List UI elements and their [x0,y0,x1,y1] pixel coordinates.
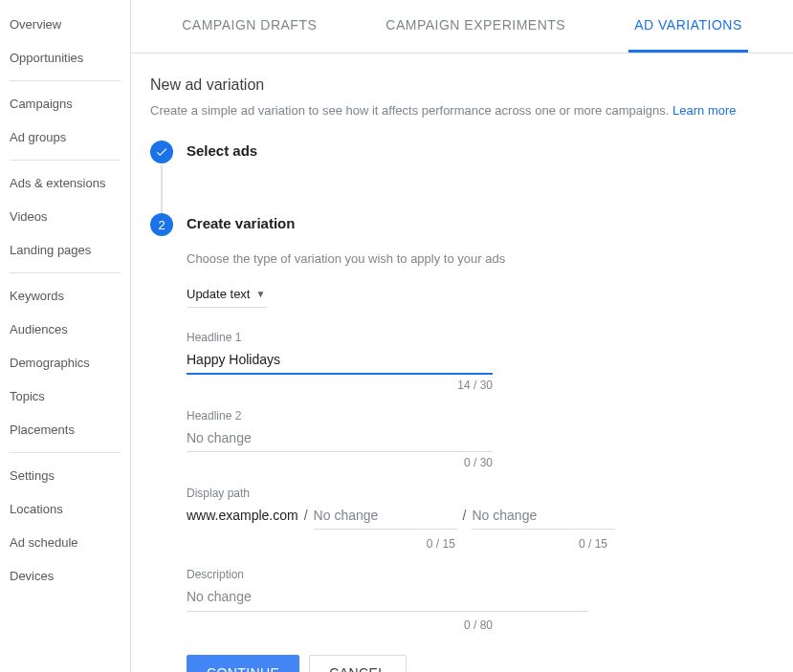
sidebar-item-campaigns[interactable]: Campaigns [0,87,130,120]
main-content: CAMPAIGN DRAFTS CAMPAIGN EXPERIMENTS AD … [131,0,793,672]
display-path-base: www.example.com [187,508,298,523]
sidebar-item-placements[interactable]: Placements [0,413,130,446]
description-field: Description 0 / 80 [187,568,588,632]
headline-1-label: Headline 1 [187,331,493,344]
display-path-field: Display path www.example.com / / 0 / 15 … [187,487,607,551]
sidebar-item-locations[interactable]: Locations [0,492,130,526]
sidebar-item-settings[interactable]: Settings [0,459,130,492]
learn-more-link[interactable]: Learn more [672,103,736,118]
step-2-badge: 2 [150,213,173,236]
tab-campaign-drafts[interactable]: CAMPAIGN DRAFTS [176,0,322,53]
step-2-title: Create variation [187,213,295,231]
headline-2-input[interactable] [187,426,493,452]
path-separator: / [302,508,310,523]
sidebar-separator [10,452,121,453]
checkmark-icon [150,141,173,163]
step-1: Select ads [150,141,770,163]
sidebar-item-ad-groups[interactable]: Ad groups [0,120,130,154]
sidebar-item-ads-extensions[interactable]: Ads & extensions [0,166,130,200]
dropdown-label: Update text [187,287,251,301]
headline-2-counter: 0 / 30 [187,456,493,469]
sidebar-item-devices[interactable]: Devices [0,559,130,593]
step-2: 2 Create variation [150,213,770,236]
chevron-down-icon: ▼ [256,289,266,299]
sidebar: Overview Opportunities Campaigns Ad grou… [0,0,131,672]
sidebar-item-videos[interactable]: Videos [0,200,130,233]
headline-1-field: Headline 1 14 / 30 [187,331,493,392]
path-separator: / [461,508,469,523]
description-label: Description [187,568,588,581]
step-2-desc: Choose the type of variation you wish to… [187,251,770,266]
display-path-label: Display path [187,487,607,500]
continue-button[interactable]: CONTINUE [187,655,299,672]
variation-type-dropdown[interactable]: Update text ▼ [187,283,267,308]
sidebar-separator [10,80,121,81]
step-1-title: Select ads [187,141,257,159]
tabs: CAMPAIGN DRAFTS CAMPAIGN EXPERIMENTS AD … [131,0,793,54]
display-path-2-input[interactable] [472,504,615,530]
sidebar-item-audiences[interactable]: Audiences [0,313,130,346]
description-counter: 0 / 80 [187,618,493,632]
sidebar-separator [10,272,121,273]
headline-1-counter: 14 / 30 [187,379,493,392]
page-subtitle-text: Create a simple ad variation to see how … [150,103,672,118]
headline-2-field: Headline 2 0 / 30 [187,409,493,469]
display-path-1-counter: 0 / 15 [307,537,455,551]
sidebar-separator [10,160,121,161]
sidebar-item-ad-schedule[interactable]: Ad schedule [0,526,130,559]
sidebar-item-opportunities[interactable]: Opportunities [0,41,130,75]
cancel-button[interactable]: CANCEL [309,655,406,672]
display-path-1-input[interactable] [314,504,457,530]
headline-2-label: Headline 2 [187,409,493,423]
sidebar-item-keywords[interactable]: Keywords [0,279,130,313]
sidebar-item-overview[interactable]: Overview [0,8,130,41]
tab-ad-variations[interactable]: AD VARIATIONS [628,0,748,53]
headline-1-input[interactable] [187,348,493,375]
sidebar-item-landing-pages[interactable]: Landing pages [0,233,130,267]
display-path-2-counter: 0 / 15 [459,537,607,551]
sidebar-item-topics[interactable]: Topics [0,379,130,413]
description-input[interactable] [187,585,588,612]
sidebar-item-demographics[interactable]: Demographics [0,346,130,379]
page-subtitle: Create a simple ad variation to see how … [150,103,770,118]
tab-campaign-experiments[interactable]: CAMPAIGN EXPERIMENTS [380,0,571,53]
page-title: New ad variation [150,76,770,94]
